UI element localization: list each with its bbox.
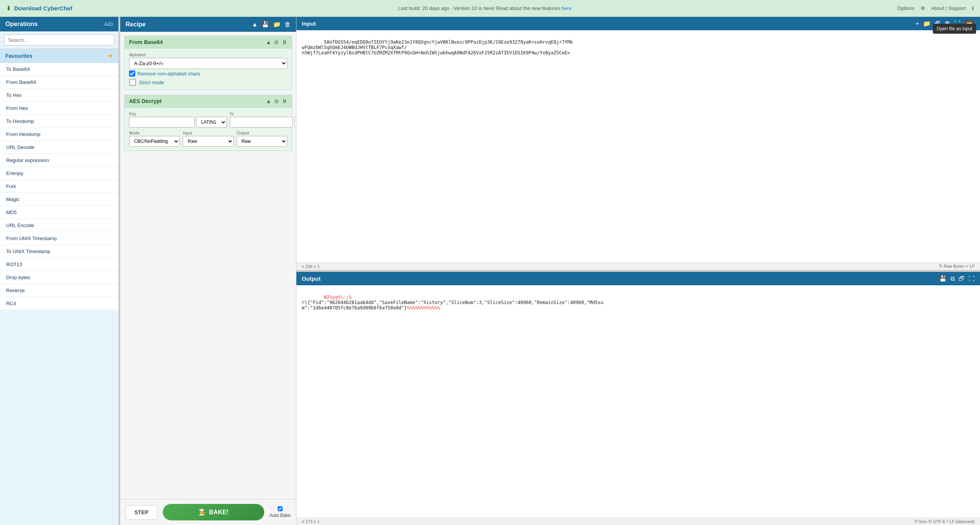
recipe-folder-icon[interactable]: 📁 [273, 21, 281, 28]
topbar-center-link[interactable]: here [561, 5, 571, 11]
remove-alphabet-checkbox[interactable] [129, 70, 135, 77]
strict-mode-checkbox[interactable] [129, 79, 136, 86]
output-expand-icon[interactable]: ⛶ [969, 275, 975, 282]
op2-pause-icon[interactable]: ⏸ [282, 98, 287, 104]
output-new-window-icon[interactable]: 🗗 [959, 275, 965, 282]
recipe-collapse-icon[interactable]: ▲ [252, 21, 258, 28]
alphabet-field: Alphabet A-Za-z0-9+/= [129, 52, 287, 69]
alphabet-select[interactable]: A-Za-z0-9+/= [129, 58, 287, 69]
op1-disable-icon[interactable]: ⊘ [274, 39, 279, 45]
input-content[interactable]: SAUfDG554/eqEDQ9o7IEUYYj9aKe23e1Y8QVgncY… [296, 30, 980, 262]
step-button[interactable]: STEP [126, 505, 157, 520]
sidebar-item[interactable]: URL Encode [0, 219, 118, 232]
input-section: Input + 📁 🗗 🗑 ⛶ 📂 SAUfDG554/eqEDQ9o7IEUY… [296, 17, 980, 270]
sidebar-item[interactable]: To Hex [0, 89, 118, 102]
input-folder-icon[interactable]: 📁 [923, 20, 931, 27]
iv-field: IV 0000000000000000 HEX [230, 111, 296, 128]
output-header: Output 💾 ⧉ 🗗 ⛶ [296, 272, 980, 285]
recipe-footer: STEP 👨‍🍳 BAKE! Auto Bake [120, 499, 296, 525]
op-from-base64-header: From Base64 ▲ ⊘ ⏸ [124, 36, 292, 49]
topbar-center-text: Last build: 20 days ago · Version 10 is … [398, 5, 561, 11]
sidebar-item[interactable]: URL Decode [0, 141, 118, 154]
open-file-icon[interactable]: 📂 [964, 20, 975, 27]
input-clear-icon[interactable]: 🗑 [944, 20, 951, 27]
recipe-title: Recipe [126, 21, 146, 28]
iv-encoding-select[interactable]: HEX [294, 117, 296, 128]
output-field: Output Raw [237, 131, 287, 147]
op-aes-decrypt-icons: ▲ ⊘ ⏸ [266, 98, 287, 104]
topbar: ⬇ Download CyberChef Last build: 20 days… [0, 0, 980, 17]
mode-field: Mode CBC/NoPadding [129, 131, 180, 147]
favourites-header[interactable]: Favourites ★ [0, 49, 118, 63]
star-icon: ★ [108, 52, 113, 59]
input-header: Input + 📁 🗗 🗑 ⛶ 📂 [296, 17, 980, 30]
output-copy-icon[interactable]: ⧉ [951, 275, 955, 282]
input-chars-label: ≡ 236 ≡ 1 [302, 264, 320, 269]
op1-collapse-icon[interactable]: ▲ [266, 39, 271, 45]
sidebar-item[interactable]: Drop bytes [0, 271, 118, 284]
recipe-save-icon[interactable]: 💾 [262, 21, 269, 28]
output-icons: 💾 ⧉ 🗗 ⛶ [939, 275, 975, 282]
sidebar-item[interactable]: From Hex [0, 102, 118, 115]
input-new-icon[interactable]: + [916, 20, 919, 27]
topbar-right: Options ⚙ About / Support ℹ [897, 5, 974, 11]
op1-pause-icon[interactable]: ⏸ [282, 39, 287, 45]
iv-input[interactable]: 0000000000000000 [230, 117, 293, 128]
download-label[interactable]: Download CyberChef [14, 5, 72, 11]
aes-output-select[interactable]: Raw [237, 136, 287, 147]
op-from-base64-title: From Base64 [129, 39, 163, 45]
sidebar-item[interactable]: Fork [0, 180, 118, 193]
sidebar-item[interactable]: Magic [0, 193, 118, 206]
sidebar-count: 440 [104, 21, 113, 27]
op2-disable-icon[interactable]: ⊘ [274, 98, 279, 104]
right-panel: Input + 📁 🗗 🗑 ⛶ 📂 SAUfDG554/eqEDQ9o7IEUY… [296, 17, 980, 525]
sidebar-title: Operations [5, 21, 38, 28]
output-content[interactable]: W2%yq%\☐;%r\{"Fid":"962044b281aab4dd","S… [296, 285, 980, 518]
auto-bake-group: Auto Bake [270, 506, 291, 518]
aes-output-label: Output [237, 131, 287, 135]
sidebar-item[interactable]: Reverse [0, 284, 118, 297]
sidebar-item[interactable]: To UNIX Timestamp [0, 245, 118, 258]
mode-select[interactable]: CBC/NoPadding [129, 136, 180, 147]
sidebar-list: To Base64From Base64To HexFrom HexTo Hex… [0, 63, 118, 525]
sidebar-item[interactable]: From Hexdump [0, 128, 118, 141]
sidebar-item[interactable]: To Hexdump [0, 115, 118, 128]
sidebar-item[interactable]: ROT13 [0, 258, 118, 271]
remove-alphabet-row: Remove non-alphabet chars [129, 70, 287, 77]
sidebar-item[interactable]: To Base64 [0, 63, 118, 76]
sidebar-item[interactable]: From UNIX Timestamp [0, 232, 118, 245]
input-statusbar: ≡ 236 ≡ 1 Tr Raw Bytes ↵ LF [296, 262, 980, 270]
sidebar-item[interactable]: From Base64 [0, 76, 118, 89]
sidebar-search-container [0, 31, 118, 49]
input-expand-icon[interactable]: ⛶ [954, 20, 960, 27]
op-aes-decrypt-header: AES Decrypt ▲ ⊘ ⏸ [124, 95, 292, 108]
topbar-left: ⬇ Download CyberChef [6, 5, 72, 12]
about-icon: ℹ [972, 5, 974, 11]
auto-bake-checkbox[interactable] [278, 506, 283, 511]
recipe-clear-icon[interactable]: 🗑 [285, 21, 291, 28]
options-label[interactable]: Options [897, 5, 915, 11]
topbar-center: Last build: 20 days ago · Version 10 is … [398, 5, 571, 11]
op-from-base64-icons: ▲ ⊘ ⏸ [266, 39, 287, 45]
aes-input-label: Input [183, 131, 233, 135]
auto-bake-label: Auto Bake [270, 513, 291, 518]
download-icon: ⬇ [6, 5, 11, 12]
aes-input-select[interactable]: Raw [183, 136, 233, 147]
input-text: SAUfDG554/eqEDQ9o7IEUYYj9aKe23e1Y8QVgncY… [302, 39, 573, 56]
key-label: Key [129, 111, 227, 116]
output-save-icon[interactable]: 💾 [939, 275, 947, 282]
about-label[interactable]: About / Support [931, 5, 966, 11]
key-encoding-select[interactable]: LATIN1 [196, 117, 227, 128]
settings-icon[interactable]: ⚙ [921, 5, 925, 11]
input-icons: + 📁 🗗 🗑 ⛶ 📂 [916, 20, 975, 27]
op2-collapse-icon[interactable]: ▲ [266, 98, 271, 104]
sidebar-item[interactable]: Regular expression [0, 154, 118, 167]
bake-button[interactable]: 👨‍🍳 BAKE! [163, 504, 264, 520]
input-new-window-icon[interactable]: 🗗 [934, 20, 941, 27]
sidebar-item[interactable]: MD5 [0, 206, 118, 219]
favourites-label: Favourites [5, 53, 33, 59]
key-input[interactable]: pJB`-v)t^ZAs ... [129, 117, 195, 128]
sidebar-item[interactable]: Entropy [0, 167, 118, 180]
sidebar-item[interactable]: RC4 [0, 297, 118, 310]
search-input[interactable] [4, 34, 115, 46]
